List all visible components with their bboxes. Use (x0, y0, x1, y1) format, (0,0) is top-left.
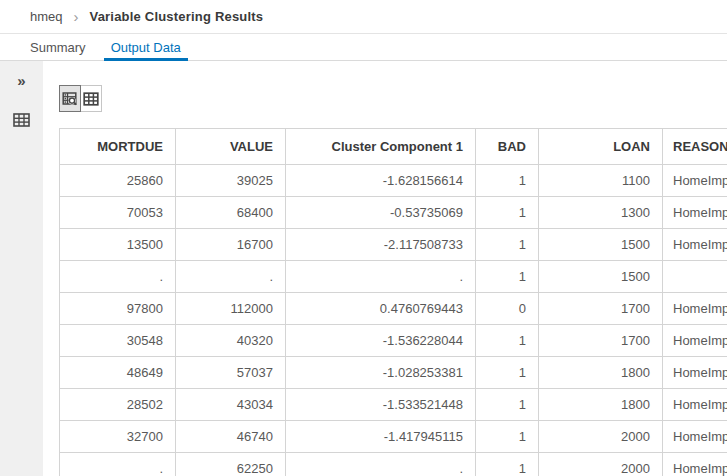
table-cell[interactable]: . (60, 261, 176, 293)
table-cell[interactable]: -1.533521448 (286, 389, 476, 421)
table-cell[interactable]: -1.536228044 (286, 325, 476, 357)
table-cell[interactable]: 46740 (176, 421, 286, 453)
table-cell[interactable]: . (60, 453, 176, 476)
table-cell[interactable]: 1100 (539, 165, 663, 197)
table-cell[interactable]: 43034 (176, 389, 286, 421)
sample-data-view-button[interactable] (59, 85, 81, 112)
output-data-table: MORTDUEVALUECluster Component 1BADLOANRE… (59, 128, 727, 476)
table-row: ...11500 (60, 261, 727, 293)
table-cell[interactable]: HomeImp (663, 229, 727, 261)
table-cell[interactable]: HomeImp (663, 357, 727, 389)
table-row: 4864957037-1.02825338111800HomeImp (60, 357, 727, 389)
table-cell[interactable]: 1 (476, 165, 539, 197)
table-cell[interactable]: -1.028253381 (286, 357, 476, 389)
table-cell[interactable]: HomeImp (663, 325, 727, 357)
page-title: Variable Clustering Results (90, 9, 264, 24)
table-cell[interactable]: 112000 (176, 293, 286, 325)
data-table-icon[interactable] (13, 112, 30, 128)
table-cell[interactable]: 1700 (539, 325, 663, 357)
table-row: 978001120000.476076944301700HomeImp (60, 293, 727, 325)
column-header-value[interactable]: VALUE (176, 129, 286, 165)
table-cell[interactable]: . (176, 261, 286, 293)
table-cell[interactable]: 0 (476, 293, 539, 325)
table-cell[interactable]: 1800 (539, 389, 663, 421)
table-cell[interactable]: -1.628156614 (286, 165, 476, 197)
table-cell[interactable]: 1 (476, 389, 539, 421)
table-row: .62250.12000HomeImp (60, 453, 727, 476)
table-cell[interactable]: 1800 (539, 357, 663, 389)
table-cell[interactable]: 13500 (60, 229, 176, 261)
table-cell[interactable]: 0.4760769443 (286, 293, 476, 325)
table-cell[interactable]: 1 (476, 453, 539, 476)
table-cell[interactable]: 68400 (176, 197, 286, 229)
table-cell[interactable]: -1.417945115 (286, 421, 476, 453)
table-cell[interactable]: 1 (476, 357, 539, 389)
table-cell[interactable]: 1 (476, 325, 539, 357)
column-header-reason[interactable]: REASON (663, 129, 727, 165)
table-cell[interactable]: HomeImp (663, 421, 727, 453)
left-rail: » (0, 61, 43, 476)
expand-panel-icon[interactable]: » (17, 73, 25, 88)
table-cell[interactable]: HomeImp (663, 293, 727, 325)
table-row: 7005368400-0.5373506911300HomeImp (60, 197, 727, 229)
table-row: 3270046740-1.41794511512000HomeImp (60, 421, 727, 453)
tab-bar: Summary Output Data (0, 34, 727, 61)
table-cell[interactable]: 40320 (176, 325, 286, 357)
table-cell[interactable]: 1 (476, 229, 539, 261)
column-header-loan[interactable]: LOAN (539, 129, 663, 165)
tab-summary[interactable]: Summary (23, 34, 93, 60)
grid-icon (83, 91, 99, 107)
table-cell[interactable]: 16700 (176, 229, 286, 261)
table-header-row: MORTDUEVALUECluster Component 1BADLOANRE… (60, 129, 727, 165)
column-header-bad[interactable]: BAD (476, 129, 539, 165)
table-cell[interactable]: 30548 (60, 325, 176, 357)
chevron-right-icon: › (74, 9, 79, 24)
column-header-cluster-component-1[interactable]: Cluster Component 1 (286, 129, 476, 165)
table-row: 1350016700-2.11750873311500HomeImp (60, 229, 727, 261)
table-cell[interactable]: 1 (476, 197, 539, 229)
table-cell[interactable]: 70053 (60, 197, 176, 229)
table-cell[interactable]: -2.117508733 (286, 229, 476, 261)
content-area: MORTDUEVALUECluster Component 1BADLOANRE… (43, 61, 727, 476)
table-cell[interactable]: 1500 (539, 229, 663, 261)
breadcrumb-dataset-link[interactable]: hmeq (30, 9, 63, 24)
table-cell[interactable]: 32700 (60, 421, 176, 453)
table-cell[interactable]: 1500 (539, 261, 663, 293)
table-cell[interactable]: 28502 (60, 389, 176, 421)
tab-output-data[interactable]: Output Data (104, 34, 188, 61)
table-cell[interactable]: HomeImp (663, 453, 727, 476)
table-cell[interactable]: 1 (476, 261, 539, 293)
table-cell[interactable]: HomeImp (663, 165, 727, 197)
main-body: » (0, 61, 727, 476)
table-cell[interactable] (663, 261, 727, 293)
table-body: 2586039025-1.62815661411100HomeImp700536… (60, 165, 727, 476)
table-row: 2586039025-1.62815661411100HomeImp (60, 165, 727, 197)
table-cell[interactable]: 2000 (539, 453, 663, 476)
table-cell[interactable]: 57037 (176, 357, 286, 389)
table-magnifier-icon (62, 91, 78, 107)
table-view-toolbar (59, 85, 727, 112)
table-cell[interactable]: HomeImp (663, 389, 727, 421)
table-cell[interactable]: . (286, 453, 476, 476)
table-cell[interactable]: 39025 (176, 165, 286, 197)
table-cell[interactable]: 1 (476, 421, 539, 453)
output-data-table-wrap: MORTDUEVALUECluster Component 1BADLOANRE… (59, 128, 727, 476)
table-cell[interactable]: 62250 (176, 453, 286, 476)
table-cell[interactable]: 1700 (539, 293, 663, 325)
table-row: 3054840320-1.53622804411700HomeImp (60, 325, 727, 357)
table-cell[interactable]: 25860 (60, 165, 176, 197)
table-cell[interactable]: 2000 (539, 421, 663, 453)
table-cell[interactable]: -0.53735069 (286, 197, 476, 229)
full-data-view-button[interactable] (80, 85, 102, 112)
table-cell[interactable]: 97800 (60, 293, 176, 325)
table-cell[interactable]: HomeImp (663, 197, 727, 229)
table-cell[interactable]: 48649 (60, 357, 176, 389)
column-header-mortdue[interactable]: MORTDUE (60, 129, 176, 165)
table-cell[interactable]: 1300 (539, 197, 663, 229)
table-cell[interactable]: . (286, 261, 476, 293)
breadcrumb: hmeq › Variable Clustering Results (0, 0, 727, 34)
table-row: 2850243034-1.53352144811800HomeImp (60, 389, 727, 421)
